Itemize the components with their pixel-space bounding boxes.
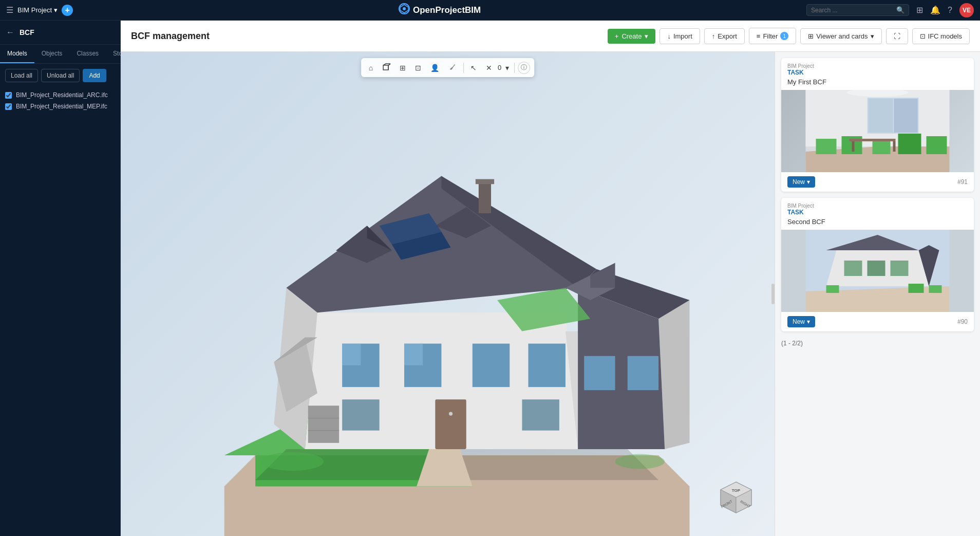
viewer-cards-button[interactable]: ⊞ Viewer and cards ▾ — [800, 28, 881, 44]
box-view-button[interactable] — [379, 60, 394, 75]
search-input[interactable] — [811, 7, 893, 14]
main-layout: ← BCF Models Objects Classes Storeys Loa… — [0, 21, 980, 536]
filter-button[interactable]: ≡ Filter 1 — [749, 28, 796, 44]
fullscreen-button[interactable]: ⛶ — [886, 28, 908, 44]
load-all-button[interactable]: Load all — [5, 69, 38, 82]
create-caret-icon: ▾ — [645, 32, 648, 40]
svg-rect-72 — [844, 261, 862, 276]
viewer-area[interactable]: ⌂ ⊞ ⊡ 👤 ↖ ✕ 0 ▾ — [121, 52, 775, 536]
viewer-caret-icon: ▾ — [871, 32, 874, 40]
svg-rect-62 — [927, 136, 947, 154]
toolbar-separator-2 — [514, 63, 515, 73]
search-box[interactable]: 🔍 — [806, 4, 909, 16]
bcf-card-2-status-label: New — [793, 318, 805, 325]
svg-rect-23 — [529, 344, 566, 387]
count-value: 0 — [498, 64, 501, 71]
building-svg — [121, 52, 775, 536]
viewer-toolbar: ⌂ ⊞ ⊡ 👤 ↖ ✕ 0 ▾ — [361, 58, 535, 77]
svg-rect-31 — [628, 356, 658, 390]
svg-rect-77 — [929, 285, 942, 293]
file-checkbox-mep[interactable] — [5, 103, 12, 110]
svg-rect-73 — [868, 261, 885, 276]
sidebar-item-objects[interactable]: Objects — [34, 45, 70, 63]
export-button[interactable]: ↑ Export — [704, 28, 745, 44]
svg-point-40 — [615, 454, 665, 469]
project-name-btn[interactable]: BIM Project ▾ — [17, 6, 58, 14]
file-list: BIM_Project_Residential_ARC.ifc BIM_Proj… — [0, 87, 120, 114]
import-button[interactable]: ↓ Import — [659, 28, 700, 44]
list-item: BIM_Project_Residential_ARC.ifc — [5, 91, 115, 99]
svg-marker-34 — [590, 263, 615, 288]
ifc-icon: ⊡ — [920, 32, 926, 40]
viewer-icon: ⊞ — [808, 32, 814, 40]
filter-label: Filter — [763, 32, 778, 40]
create-button[interactable]: + Create ▾ — [608, 29, 656, 44]
person-view-button[interactable]: 👤 — [427, 61, 443, 75]
top-navigation: ☰ BIM Project ▾ + OpenProjectBIM 🔍 ⊞ 🔔 ?… — [0, 0, 980, 21]
info-button[interactable]: ⓘ — [518, 62, 530, 74]
svg-rect-58 — [816, 139, 837, 154]
cross-button[interactable]: ✕ — [482, 61, 496, 75]
svg-rect-64 — [852, 141, 855, 152]
bcf-card-1-status-button[interactable]: New ▾ — [787, 176, 815, 188]
bcf-card-2-image — [781, 230, 974, 312]
sidebar-item-models[interactable]: Models — [0, 45, 34, 63]
bcf-card-1-footer: New ▾ #91 — [781, 172, 974, 192]
file-checkbox-arc[interactable] — [5, 92, 12, 99]
resize-handle[interactable] — [771, 284, 775, 304]
sidebar-item-classes[interactable]: Classes — [69, 45, 106, 63]
bcf-cards-panel: BIM Project TASK My First BCF — [775, 52, 980, 536]
add-file-button[interactable]: Add — [83, 69, 106, 82]
svg-rect-26 — [435, 399, 466, 449]
count-dropdown-button[interactable]: ▾ — [503, 63, 511, 73]
paint-button[interactable] — [445, 60, 460, 75]
home-view-button[interactable]: ⌂ — [365, 61, 376, 75]
help-icon[interactable]: ? — [948, 6, 952, 15]
svg-text:TOP: TOP — [732, 488, 741, 493]
ifc-label: IFC models — [928, 32, 962, 40]
bcf-card-2-project: BIM Project — [787, 203, 968, 209]
bcf-count: (1 - 2/2) — [781, 338, 974, 349]
import-label: Import — [673, 32, 692, 40]
bcf-card-1-name: My First BCF — [781, 78, 974, 90]
notifications-bell-icon[interactable]: 🔔 — [930, 5, 940, 15]
bcf-card-2-status-button[interactable]: New ▾ — [787, 316, 815, 327]
filter-icon: ≡ — [757, 32, 761, 40]
svg-point-39 — [261, 452, 324, 471]
sidebar-nav: Models Objects Classes Storeys — [0, 45, 120, 64]
ifc-models-button[interactable]: ⊡ IFC models — [912, 28, 970, 44]
select-box-button[interactable]: ⊡ — [411, 61, 425, 75]
avatar[interactable]: VE — [959, 3, 974, 17]
hamburger-icon[interactable]: ☰ — [6, 5, 13, 15]
bcf-card-2-footer: New ▾ #90 — [781, 312, 974, 331]
fullscreen-icon: ⛶ — [894, 32, 900, 40]
export-icon: ↑ — [712, 32, 715, 40]
sidebar-actions: Load all Unload all Add — [0, 64, 120, 87]
list-item: BIM_Project_Residential_MEP.ifc — [5, 103, 115, 110]
export-label: Export — [718, 32, 737, 40]
unload-all-button[interactable]: Unload all — [41, 69, 80, 82]
search-icon: 🔍 — [896, 6, 904, 14]
grid-view-button[interactable]: ⊞ — [396, 61, 409, 75]
grid-apps-icon[interactable]: ⊞ — [916, 5, 923, 15]
project-name-label: BIM Project — [17, 6, 52, 14]
content-area: BCF management + Create ▾ ↓ Import ↑ Exp… — [121, 21, 980, 536]
back-button[interactable]: ← — [6, 28, 14, 37]
bcf-card-1: BIM Project TASK My First BCF — [781, 58, 974, 192]
svg-rect-63 — [850, 139, 896, 141]
svg-rect-22 — [473, 344, 510, 387]
bcf-actions: + Create ▾ ↓ Import ↑ Export ≡ Filter 1 — [608, 28, 970, 44]
svg-rect-65 — [893, 141, 896, 152]
sidebar-header: ← BCF — [0, 21, 120, 45]
bcf-header: BCF management + Create ▾ ↓ Import ↑ Exp… — [121, 21, 980, 52]
cursor-button[interactable]: ↖ — [467, 61, 480, 75]
file-name-arc: BIM_Project_Residential_ARC.ifc — [16, 91, 108, 99]
add-project-button[interactable]: + — [62, 5, 73, 16]
bcf-card-1-image — [781, 90, 974, 172]
svg-rect-36 — [476, 179, 494, 184]
bcf-card-1-status-caret: ▾ — [807, 178, 810, 186]
bcf-card-2-status-caret: ▾ — [807, 318, 810, 325]
svg-rect-42 — [308, 405, 339, 442]
logo: OpenProjectBIM — [399, 3, 481, 17]
bcf-card-1-status-label: New — [793, 178, 805, 186]
